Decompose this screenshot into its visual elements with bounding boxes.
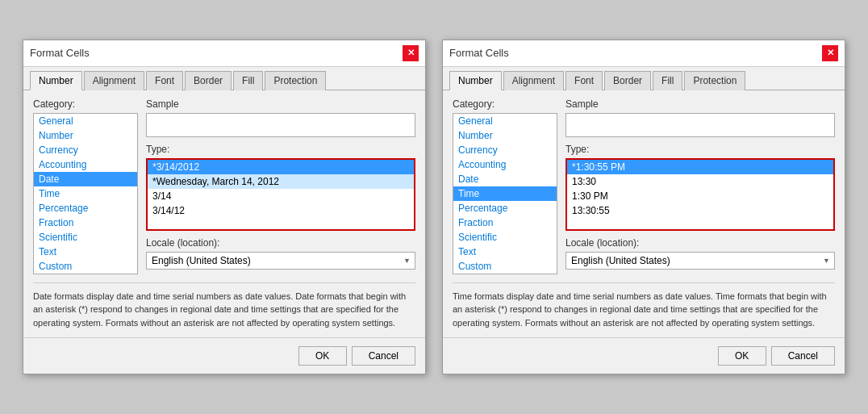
tab-1-protection[interactable]: Protection bbox=[265, 71, 326, 90]
title-bar-2: Format Cells ✕ bbox=[443, 40, 845, 67]
type-item-2-0[interactable]: *1:30:55 PM bbox=[567, 160, 833, 174]
cat-currency-2[interactable]: Currency bbox=[453, 143, 557, 157]
cat-accounting-1[interactable]: Accounting bbox=[34, 157, 137, 172]
type-list-2[interactable]: *1:30:55 PM 13:30 1:30 PM 13:30:55 bbox=[565, 158, 835, 231]
cat-date-2[interactable]: Date bbox=[453, 172, 557, 186]
locale-select-2[interactable]: English (United States) bbox=[565, 252, 835, 270]
cat-general-2[interactable]: General bbox=[453, 114, 557, 128]
type-item-2-3[interactable]: 13:30:55 bbox=[567, 203, 833, 218]
tab-1-font[interactable]: Font bbox=[146, 71, 183, 90]
locale-select-wrapper-2: English (United States) bbox=[565, 252, 835, 270]
cat-time-1[interactable]: Time bbox=[34, 186, 137, 201]
type-item-1-2[interactable]: 3/14 bbox=[148, 189, 414, 203]
type-item-2-1[interactable]: 13:30 bbox=[567, 174, 833, 189]
sample-section-2: Sample bbox=[565, 98, 835, 137]
type-list-wrapper-1: *3/14/2012 *Wednesday, March 14, 2012 3/… bbox=[146, 158, 415, 231]
tab-2-alignment[interactable]: Alignment bbox=[503, 71, 564, 90]
cat-fraction-2[interactable]: Fraction bbox=[453, 215, 557, 230]
description-2: Time formats display date and time seria… bbox=[453, 282, 835, 330]
sample-label-2: Sample bbox=[565, 98, 835, 110]
right-panel-2: Sample Type: *1:30:55 PM 13:30 1:30 PM 1… bbox=[565, 98, 835, 276]
tab-1-border[interactable]: Border bbox=[185, 71, 232, 90]
category-list-2[interactable]: General Number Currency Accounting Date … bbox=[453, 113, 557, 274]
locale-select-1[interactable]: English (United States) bbox=[146, 252, 415, 270]
dialog-2: Format Cells ✕ Number Alignment Font Bor… bbox=[442, 40, 845, 375]
dialog-2-content: Category: General Number Currency Accoun… bbox=[443, 90, 845, 338]
ok-button-1[interactable]: OK bbox=[298, 346, 347, 366]
dialog-2-title: Format Cells bbox=[449, 47, 509, 59]
cat-scientific-1[interactable]: Scientific bbox=[34, 230, 137, 245]
button-row-1: OK Cancel bbox=[23, 337, 425, 374]
type-section-2: Type: *1:30:55 PM 13:30 1:30 PM 13:30:55 bbox=[565, 144, 835, 231]
sample-box-1 bbox=[146, 113, 415, 137]
locale-section-1: Locale (location): English (United State… bbox=[146, 237, 415, 270]
close-button-2[interactable]: ✕ bbox=[822, 45, 838, 61]
type-item-1-3[interactable]: 3/14/12 bbox=[148, 203, 414, 218]
cat-custom-1[interactable]: Custom bbox=[34, 259, 137, 274]
tab-2-number[interactable]: Number bbox=[449, 71, 502, 90]
tab-1-number[interactable]: Number bbox=[30, 71, 82, 90]
ok-button-2[interactable]: OK bbox=[718, 346, 766, 366]
cancel-button-2[interactable]: Cancel bbox=[771, 346, 835, 366]
type-label-2: Type: bbox=[565, 144, 835, 155]
cancel-button-1[interactable]: Cancel bbox=[352, 346, 415, 366]
tabs-1: Number Alignment Font Border Fill Protec… bbox=[23, 67, 425, 90]
tab-2-protection[interactable]: Protection bbox=[684, 71, 745, 90]
cat-text-1[interactable]: Text bbox=[34, 245, 137, 259]
type-item-1-1[interactable]: *Wednesday, March 14, 2012 bbox=[148, 174, 414, 189]
cat-time-2[interactable]: Time bbox=[453, 186, 557, 201]
sample-box-2 bbox=[565, 113, 835, 137]
type-label-1: Type: bbox=[146, 144, 415, 155]
cat-accounting-2[interactable]: Accounting bbox=[453, 157, 557, 172]
type-section-1: Type: *3/14/2012 *Wednesday, March 14, 2… bbox=[146, 144, 415, 231]
cat-percentage-2[interactable]: Percentage bbox=[453, 201, 557, 215]
dialog-1-body: Category: General Number Currency Accoun… bbox=[33, 98, 415, 276]
tab-2-fill[interactable]: Fill bbox=[653, 71, 682, 90]
close-button-1[interactable]: ✕ bbox=[403, 45, 419, 61]
locale-section-2: Locale (location): English (United State… bbox=[565, 237, 835, 270]
tab-1-alignment[interactable]: Alignment bbox=[84, 71, 144, 90]
category-panel-1: Category: General Number Currency Accoun… bbox=[33, 98, 138, 276]
cat-fraction-1[interactable]: Fraction bbox=[34, 215, 137, 230]
locale-label-2: Locale (location): bbox=[565, 237, 835, 249]
type-list-wrapper-2: *1:30:55 PM 13:30 1:30 PM 13:30:55 bbox=[565, 158, 835, 231]
category-list-1[interactable]: General Number Currency Accounting Date … bbox=[33, 113, 138, 274]
locale-label-1: Locale (location): bbox=[146, 237, 415, 249]
cat-number-1[interactable]: Number bbox=[34, 128, 137, 143]
tab-2-font[interactable]: Font bbox=[565, 71, 603, 90]
tab-1-fill[interactable]: Fill bbox=[233, 71, 263, 90]
title-bar-1: Format Cells ✕ bbox=[23, 40, 425, 67]
sample-section-1: Sample bbox=[146, 98, 415, 137]
category-label-2: Category: bbox=[453, 98, 557, 110]
button-row-2: OK Cancel bbox=[443, 337, 845, 374]
right-panel-1: Sample Type: *3/14/2012 *Wednesday, Marc… bbox=[146, 98, 415, 276]
description-1: Date formats display date and time seria… bbox=[33, 282, 415, 330]
sample-label-1: Sample bbox=[146, 98, 415, 110]
type-item-2-2[interactable]: 1:30 PM bbox=[567, 189, 833, 203]
cat-percentage-1[interactable]: Percentage bbox=[34, 201, 137, 215]
category-label-1: Category: bbox=[33, 98, 138, 110]
cat-number-2[interactable]: Number bbox=[453, 128, 557, 143]
cat-date-1[interactable]: Date bbox=[34, 172, 137, 186]
cat-custom-2[interactable]: Custom bbox=[453, 259, 557, 274]
locale-select-wrapper-1: English (United States) bbox=[146, 252, 415, 270]
dialog-1: Format Cells ✕ Number Alignment Font Bor… bbox=[23, 40, 426, 375]
tabs-2: Number Alignment Font Border Fill Protec… bbox=[443, 67, 845, 90]
dialog-1-content: Category: General Number Currency Accoun… bbox=[23, 90, 425, 338]
category-panel-2: Category: General Number Currency Accoun… bbox=[453, 98, 557, 276]
cat-general-1[interactable]: General bbox=[34, 114, 137, 128]
cat-text-2[interactable]: Text bbox=[453, 245, 557, 259]
type-item-1-0[interactable]: *3/14/2012 bbox=[148, 160, 414, 174]
tab-2-border[interactable]: Border bbox=[604, 71, 651, 90]
cat-scientific-2[interactable]: Scientific bbox=[453, 230, 557, 245]
dialog-2-body: Category: General Number Currency Accoun… bbox=[453, 98, 835, 276]
type-list-1[interactable]: *3/14/2012 *Wednesday, March 14, 2012 3/… bbox=[146, 158, 415, 231]
dialog-1-title: Format Cells bbox=[30, 47, 90, 59]
cat-currency-1[interactable]: Currency bbox=[34, 143, 137, 157]
